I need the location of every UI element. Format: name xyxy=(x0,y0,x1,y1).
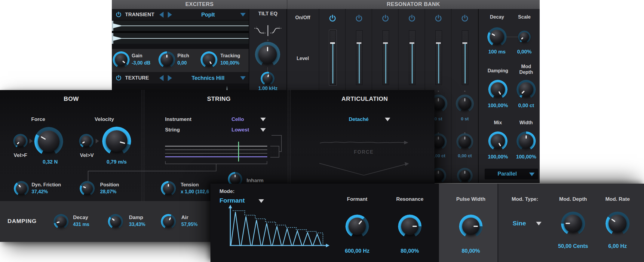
formant-response-display xyxy=(226,203,331,249)
damping-decay-label: Decay xyxy=(73,215,88,221)
res-width-knob[interactable] xyxy=(517,131,536,151)
res-damping-label: Damping xyxy=(479,68,517,74)
level-slider-thumb[interactable] xyxy=(357,42,361,44)
mod-depth-knob[interactable] xyxy=(561,212,585,236)
level-slider[interactable] xyxy=(409,30,416,85)
damping-air-knob[interactable] xyxy=(161,214,176,229)
mod-type-select[interactable]: Sine xyxy=(513,220,526,227)
cents-knob[interactable] xyxy=(456,133,473,150)
inharm-label: Inharm xyxy=(247,178,264,184)
resonance-label: Resonance xyxy=(387,196,432,202)
position-knob[interactable] xyxy=(80,181,95,196)
formant-label: Formant xyxy=(335,196,380,202)
resonator-power-button[interactable] xyxy=(434,14,442,22)
vel-to-velocity-knob[interactable] xyxy=(79,134,94,148)
damping-damp-knob[interactable] xyxy=(108,214,123,229)
semitone-value: 0 st xyxy=(452,116,478,121)
damping-air-value: 57,95% xyxy=(181,222,198,227)
level-slider-fill xyxy=(332,44,333,83)
mod-rate-label: Mod. Rate xyxy=(593,196,642,202)
res-mix-value: 100,00% xyxy=(479,154,517,160)
routing-chevron-down-icon[interactable] xyxy=(529,173,535,176)
tension-knob[interactable] xyxy=(161,181,176,196)
level-slider[interactable] xyxy=(435,30,442,85)
string-chevron-down-icon[interactable] xyxy=(260,128,266,132)
force-knob[interactable] xyxy=(34,127,63,156)
semitone-knob[interactable] xyxy=(456,95,474,113)
mod-rate-knob[interactable] xyxy=(606,212,630,236)
level-slider-thumb[interactable] xyxy=(330,42,335,44)
level-slider-fill xyxy=(359,44,360,83)
tension-label: Tension xyxy=(181,182,199,188)
string-position-cursor xyxy=(238,142,239,161)
instrument-chevron-down-icon[interactable] xyxy=(260,118,266,121)
routing-value: Parallel xyxy=(485,171,530,177)
tension-value: x 1,00 (102,6 xyxy=(181,189,209,194)
res-scale-value: 0,00% xyxy=(509,49,539,55)
res-decay-knob[interactable] xyxy=(487,27,507,47)
resonator-column: 0 st 0,00 ct xyxy=(451,9,478,183)
formant-knob[interactable] xyxy=(345,215,369,238)
level-slider[interactable] xyxy=(462,30,468,85)
damping-air-label: Air xyxy=(181,215,189,221)
instrument-value[interactable]: Cello xyxy=(232,116,244,122)
mode-label: Mode: xyxy=(219,188,235,194)
position-value: 28,07% xyxy=(100,189,116,194)
vel-to-force-knob[interactable] xyxy=(13,134,28,148)
mod-rate-value: 6,00 Hz xyxy=(593,243,642,249)
pulse-width-label: Pulse Width xyxy=(447,196,495,202)
pulse-width-value: 80,00% xyxy=(447,248,495,254)
cents-value: 0,00 ct xyxy=(452,153,478,158)
res-damping-knob[interactable] xyxy=(488,80,508,99)
force-label: Force xyxy=(17,116,59,122)
res-scale-knob[interactable] xyxy=(518,31,531,43)
level-slider[interactable] xyxy=(382,30,389,85)
string-select-value[interactable]: Lowest xyxy=(232,127,249,133)
velocity-value: 0,79 m/s xyxy=(97,159,136,165)
pulse-width-knob[interactable] xyxy=(459,215,483,238)
vel-force-link-icon xyxy=(29,139,33,143)
resonator-power-button[interactable] xyxy=(382,14,389,22)
level-slider[interactable] xyxy=(330,30,336,85)
resonance-value: 80,00% xyxy=(387,248,432,254)
res-damping-value: 100,00% xyxy=(479,103,517,109)
semitone-knob-dot xyxy=(438,91,439,92)
res-mod-depth-value: 0,00 ct xyxy=(513,103,539,109)
mod-type-chevron-down-icon[interactable] xyxy=(536,222,541,225)
damping-damp-value: 33,43% xyxy=(129,222,145,227)
damping-decay-value: 431 ms xyxy=(73,222,89,227)
articulation-mode-select[interactable]: Detaché xyxy=(335,116,383,122)
articulation-chevron-down-icon[interactable] xyxy=(385,118,390,121)
resonance-knob[interactable] xyxy=(398,215,422,238)
mode-select[interactable]: Formant xyxy=(219,197,245,204)
level-mod-knob[interactable] xyxy=(457,168,473,183)
level-slider-thumb[interactable] xyxy=(462,42,467,44)
level-slider[interactable] xyxy=(356,30,363,85)
routing-select[interactable]: Parallel xyxy=(485,169,538,179)
resonator-power-button[interactable] xyxy=(355,14,363,22)
res-mix-label: Mix xyxy=(479,120,517,125)
force-value: 0,32 N xyxy=(31,159,70,165)
dyn-friction-knob[interactable] xyxy=(14,181,29,196)
level-slider-thumb[interactable] xyxy=(383,42,388,44)
bow-string-separator xyxy=(142,90,144,201)
level-slider-thumb[interactable] xyxy=(409,42,414,44)
res-width-label: Width xyxy=(513,120,539,125)
resonator-power-button[interactable] xyxy=(461,14,469,22)
damping-title: DAMPING xyxy=(8,218,37,224)
mode-chevron-down-icon[interactable] xyxy=(259,199,264,203)
articulation-velocity-curve xyxy=(319,139,412,146)
resonator-power-button[interactable] xyxy=(408,14,416,22)
filter-panel: Mode: Formant Formant 600,00 Hz Resonanc… xyxy=(210,184,644,262)
res-mod-depth-knob[interactable] xyxy=(517,80,536,99)
position-label: Position xyxy=(100,182,119,188)
damping-decay-knob[interactable] xyxy=(54,214,69,229)
res-mix-knob[interactable] xyxy=(488,131,508,151)
level-slider-thumb[interactable] xyxy=(436,42,441,44)
mod-type-label: Mod. Type: xyxy=(501,196,549,202)
velocity-knob[interactable] xyxy=(102,127,131,155)
mod-depth-label: Mod. Depth xyxy=(549,196,597,202)
level-slider-fill xyxy=(385,44,386,83)
resonator-power-button[interactable] xyxy=(329,14,336,22)
articulation-title: ARTICULATION xyxy=(335,95,395,102)
